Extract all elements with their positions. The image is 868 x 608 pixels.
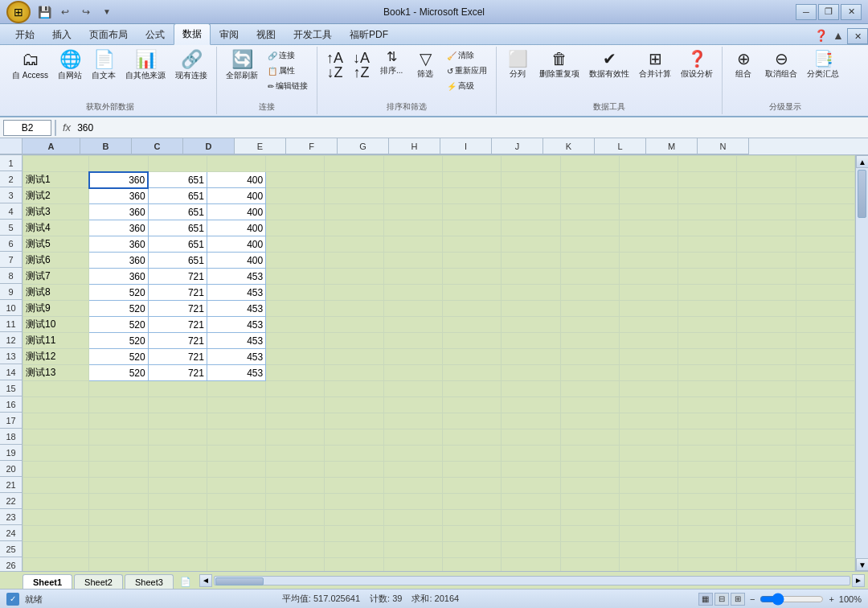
btn-edit-links[interactable]: ✏ 编辑链接 <box>264 79 312 93</box>
cell-r9c5[interactable] <box>325 285 383 301</box>
cell-r20c10[interactable] <box>619 462 678 478</box>
cell-r25c6[interactable] <box>383 542 442 558</box>
cell-r24c2[interactable] <box>148 526 207 542</box>
cell-r10c6[interactable] <box>383 301 442 317</box>
cell-r18c2[interactable] <box>148 429 207 446</box>
cell-r19c2[interactable] <box>148 446 207 462</box>
cell-r18c1[interactable] <box>89 429 148 446</box>
cell-r13c10[interactable] <box>619 349 678 365</box>
cell-r25c4[interactable] <box>266 542 325 558</box>
tab-insert[interactable]: 插入 <box>43 24 80 45</box>
cell-r9c4[interactable] <box>266 285 325 301</box>
zoom-minus[interactable]: − <box>748 594 756 604</box>
cell-r18c12[interactable] <box>737 429 796 446</box>
cell-r19c5[interactable] <box>325 446 383 462</box>
cell-r16c1[interactable] <box>89 397 148 413</box>
cell-r19c13[interactable] <box>796 446 854 462</box>
undo-button[interactable]: ↩ <box>56 3 74 21</box>
cell-r3c11[interactable] <box>678 188 737 204</box>
cell-r11c11[interactable] <box>678 317 737 333</box>
sheet-tab-3[interactable]: Sheet3 <box>125 574 174 590</box>
sheet-tab-2[interactable]: Sheet2 <box>74 574 123 590</box>
cell-r16c11[interactable] <box>678 397 737 413</box>
cell-r21c10[interactable] <box>619 478 678 494</box>
cell-r8c10[interactable] <box>619 269 678 285</box>
cell-r19c10[interactable] <box>619 446 678 462</box>
cell-r1c3[interactable] <box>207 156 265 172</box>
cell-r2c4[interactable] <box>266 172 325 188</box>
cell-r3c0[interactable]: 测试2 <box>23 188 89 204</box>
cell-r9c7[interactable] <box>443 285 502 301</box>
cell-r9c12[interactable] <box>737 285 796 301</box>
cell-r11c10[interactable] <box>619 317 678 333</box>
cell-r21c1[interactable] <box>89 478 148 494</box>
col-header-m[interactable]: M <box>646 138 698 154</box>
cell-r6c0[interactable]: 测试5 <box>23 236 89 253</box>
btn-data-valid[interactable]: ✔ 数据有效性 <box>585 48 633 82</box>
cell-r14c13[interactable] <box>796 365 854 381</box>
cell-r25c10[interactable] <box>619 542 678 558</box>
cell-r8c12[interactable] <box>737 269 796 285</box>
redo-button[interactable]: ↪ <box>77 3 95 21</box>
cell-r12c2[interactable]: 721 <box>148 333 207 349</box>
cell-r19c3[interactable] <box>207 446 265 462</box>
btn-consolidate[interactable]: ⊞ 合并计算 <box>635 48 675 82</box>
col-header-f[interactable]: F <box>286 138 338 154</box>
cell-r8c13[interactable] <box>796 269 854 285</box>
row-header-26[interactable]: 26 <box>0 557 22 571</box>
btn-filter[interactable]: ▽ 筛选 <box>409 48 441 82</box>
cell-r12c0[interactable]: 测试11 <box>23 333 89 349</box>
cell-r16c6[interactable] <box>383 397 442 413</box>
cell-r9c13[interactable] <box>796 285 854 301</box>
btn-remove-dup[interactable]: 🗑 删除重复项 <box>535 48 583 82</box>
cell-r10c7[interactable] <box>443 301 502 317</box>
row-header-3[interactable]: 3 <box>0 187 22 203</box>
row-header-1[interactable]: 1 <box>0 155 22 171</box>
cell-r13c0[interactable]: 测试12 <box>23 349 89 365</box>
cell-r16c2[interactable] <box>148 397 207 413</box>
cell-r21c9[interactable] <box>560 478 619 494</box>
cell-r3c4[interactable] <box>266 188 325 204</box>
cell-r8c11[interactable] <box>678 269 737 285</box>
cell-r25c1[interactable] <box>89 542 148 558</box>
cell-r10c11[interactable] <box>678 301 737 317</box>
cell-r22c12[interactable] <box>737 494 796 510</box>
cell-r4c12[interactable] <box>737 204 796 220</box>
cell-r22c9[interactable] <box>560 494 619 510</box>
cell-r11c5[interactable] <box>325 317 383 333</box>
cell-r23c11[interactable] <box>678 510 737 526</box>
tab-page-layout[interactable]: 页面布局 <box>80 24 137 45</box>
btn-other-sources[interactable]: 📊 自其他来源 <box>121 48 170 84</box>
tab-start[interactable]: 开始 <box>6 24 43 45</box>
cell-r24c11[interactable] <box>678 526 737 542</box>
cell-r18c4[interactable] <box>266 429 325 446</box>
cell-r4c6[interactable] <box>383 204 442 220</box>
row-header-24[interactable]: 24 <box>0 525 22 541</box>
cell-r3c5[interactable] <box>325 188 383 204</box>
cell-r13c5[interactable] <box>325 349 383 365</box>
row-header-19[interactable]: 19 <box>0 445 22 461</box>
minimize-button[interactable]: ─ <box>796 4 817 20</box>
cell-r22c13[interactable] <box>796 494 854 510</box>
tab-developer[interactable]: 开发工具 <box>285 24 341 45</box>
cell-r1c8[interactable] <box>502 156 560 172</box>
cell-r1c11[interactable] <box>678 156 737 172</box>
cell-r6c7[interactable] <box>443 236 502 253</box>
cell-r24c10[interactable] <box>619 526 678 542</box>
cell-r11c0[interactable]: 测试10 <box>23 317 89 333</box>
cell-r17c12[interactable] <box>737 413 796 429</box>
cell-r18c0[interactable] <box>23 429 89 446</box>
btn-subtotal[interactable]: 📑 分类汇总 <box>803 48 843 82</box>
cell-r19c11[interactable] <box>678 446 737 462</box>
cell-r24c6[interactable] <box>383 526 442 542</box>
row-header-5[interactable]: 5 <box>0 220 22 236</box>
cell-r8c0[interactable]: 测试7 <box>23 269 89 285</box>
cell-r11c8[interactable] <box>502 317 560 333</box>
cell-r6c2[interactable]: 651 <box>148 236 207 253</box>
cell-r12c1[interactable]: 520 <box>89 333 148 349</box>
cell-r22c10[interactable] <box>619 494 678 510</box>
cell-r9c10[interactable] <box>619 285 678 301</box>
cell-r5c11[interactable] <box>678 220 737 236</box>
page-break-button[interactable]: ⊞ <box>731 593 745 606</box>
cell-r18c6[interactable] <box>383 429 442 446</box>
